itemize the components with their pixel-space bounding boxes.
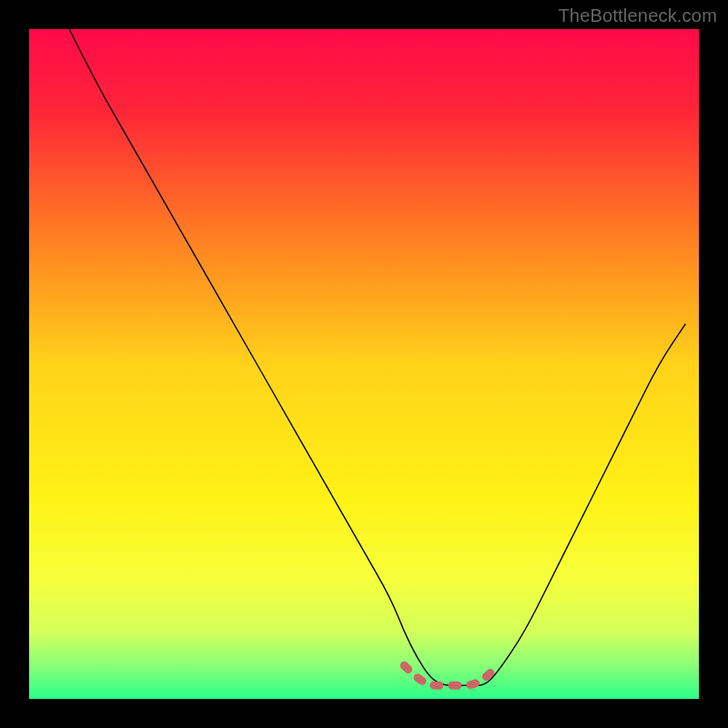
curve-layer [29,29,699,699]
plot-area [29,29,699,699]
optimal-range-marker [404,665,498,685]
bottleneck-curve [69,29,685,685]
watermark-text: TheBottleneck.com [558,5,717,26]
chart-container: TheBottleneck.com [0,0,728,728]
